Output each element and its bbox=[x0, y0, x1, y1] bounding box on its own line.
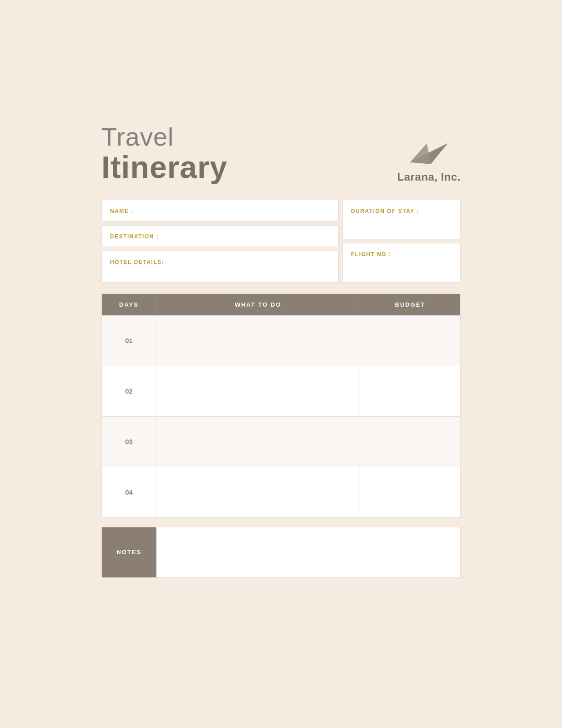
notes-content[interactable] bbox=[156, 527, 460, 577]
day-04-budget[interactable] bbox=[360, 467, 460, 517]
svg-marker-2 bbox=[429, 143, 447, 164]
col-header-what: WHAT TO DO bbox=[156, 294, 360, 315]
day-02-what[interactable] bbox=[156, 366, 360, 416]
name-label: NAME : bbox=[110, 208, 134, 214]
title-block: Travel Itinerary bbox=[101, 123, 227, 183]
table-row: 03 bbox=[102, 416, 460, 467]
day-03-what[interactable] bbox=[156, 417, 360, 467]
day-01-number: 01 bbox=[125, 337, 133, 344]
day-01-cell: 01 bbox=[102, 316, 156, 366]
notes-label: NOTES bbox=[117, 549, 142, 556]
hotel-label: HOTEL DETAILS: bbox=[110, 259, 164, 265]
table-row: 01 bbox=[102, 315, 460, 366]
destination-box: DESTINATION : bbox=[101, 225, 339, 247]
col-header-budget: BUDGET bbox=[360, 294, 460, 315]
title-travel: Travel bbox=[101, 123, 227, 151]
table-row: 04 bbox=[102, 467, 460, 517]
table-row: 02 bbox=[102, 366, 460, 416]
day-04-cell: 04 bbox=[102, 467, 156, 517]
paper-plane-icon bbox=[406, 136, 452, 168]
logo-block: Larana, Inc. bbox=[397, 136, 461, 183]
notes-section: NOTES bbox=[101, 527, 461, 578]
info-section: NAME : DESTINATION : HOTEL DETAILS: DURA… bbox=[101, 200, 461, 283]
day-03-cell: 03 bbox=[102, 417, 156, 467]
info-left: NAME : DESTINATION : HOTEL DETAILS: bbox=[101, 200, 339, 283]
day-01-budget[interactable] bbox=[360, 316, 460, 366]
col-header-days: DAYS bbox=[102, 294, 156, 315]
info-right: DURATION OF STAY : FLIGHT NO : bbox=[342, 200, 461, 283]
logo-name: Larana, Inc. bbox=[397, 171, 461, 183]
day-01-what[interactable] bbox=[156, 316, 360, 366]
day-04-what[interactable] bbox=[156, 467, 360, 517]
flight-label: FLIGHT NO : bbox=[351, 251, 391, 258]
flight-box: FLIGHT NO : bbox=[342, 243, 461, 283]
destination-label: DESTINATION : bbox=[110, 233, 159, 240]
title-itinerary: Itinerary bbox=[101, 151, 227, 183]
notes-label-cell: NOTES bbox=[102, 527, 156, 577]
duration-box: DURATION OF STAY : bbox=[342, 200, 461, 239]
day-03-budget[interactable] bbox=[360, 417, 460, 467]
day-04-number: 04 bbox=[125, 488, 133, 496]
name-box: NAME : bbox=[101, 200, 339, 222]
page: Travel Itinerary Larana, Inc. bbox=[76, 100, 486, 628]
duration-label: DURATION OF STAY : bbox=[351, 208, 419, 214]
day-03-number: 03 bbox=[125, 438, 133, 445]
table-header: DAYS WHAT TO DO BUDGET bbox=[102, 294, 460, 315]
hotel-box: HOTEL DETAILS: bbox=[101, 251, 339, 283]
day-02-cell: 02 bbox=[102, 366, 156, 416]
itinerary-table: DAYS WHAT TO DO BUDGET 01 02 03 bbox=[101, 293, 461, 518]
day-02-budget[interactable] bbox=[360, 366, 460, 416]
header-section: Travel Itinerary Larana, Inc. bbox=[101, 123, 461, 183]
day-02-number: 02 bbox=[125, 387, 133, 395]
